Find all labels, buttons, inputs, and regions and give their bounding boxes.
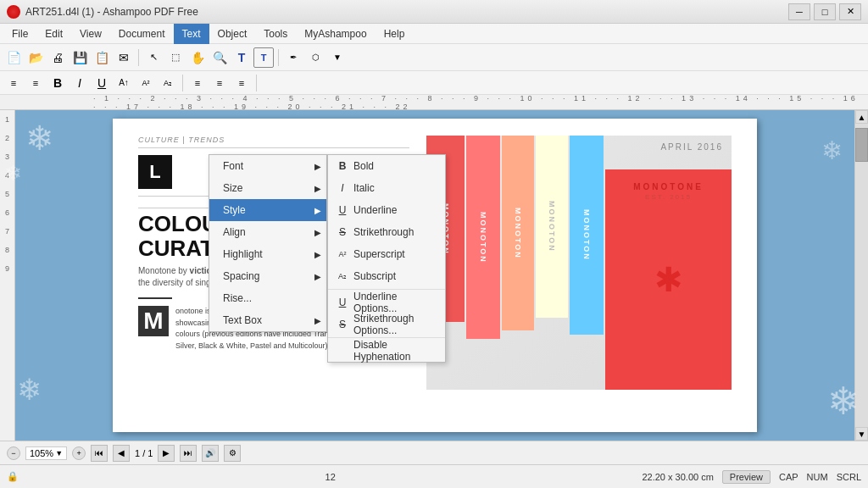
submenu-arrow: ▶ xyxy=(314,316,321,325)
sep-1 xyxy=(138,49,139,66)
hand-button[interactable]: ✋ xyxy=(187,47,208,68)
para-left-button[interactable]: ≡ xyxy=(187,73,208,93)
underline-button[interactable]: U xyxy=(92,73,112,93)
menu-file[interactable]: File xyxy=(3,24,36,44)
zoom-dropdown-icon[interactable]: ▼ xyxy=(55,449,63,458)
scroll-down-button[interactable]: ▼ xyxy=(855,427,868,441)
first-page-button[interactable]: ⏮ xyxy=(91,445,108,462)
italic-icon: I xyxy=(335,182,350,194)
mail-button[interactable]: ✉ xyxy=(114,47,134,68)
strikethrough-label: Strikethrough xyxy=(353,226,414,238)
scroll-thumb[interactable] xyxy=(855,128,868,162)
text-menu-highlight[interactable]: Highlight ▶ xyxy=(209,243,326,265)
book-2: MONOTON xyxy=(466,136,500,339)
status-separator: 12 xyxy=(27,472,633,482)
style-strikethrough[interactable]: S Strikethrough xyxy=(328,221,445,243)
title-bar: ART251.d4l (1) - Ashampoo PDF Free ─ □ ✕ xyxy=(0,0,868,24)
new-button[interactable]: 📄 xyxy=(3,47,24,68)
next-page-button[interactable]: ▶ xyxy=(158,445,175,462)
caps-indicator: CAP xyxy=(779,472,798,482)
menu-text[interactable]: Text xyxy=(174,24,209,44)
snowflake-3: ❄ xyxy=(17,373,42,407)
text-button[interactable]: T xyxy=(231,47,252,68)
prev-page-button[interactable]: ◀ xyxy=(113,445,130,462)
text-menu-style[interactable]: Style ▶ xyxy=(209,199,326,221)
text-menu-align[interactable]: Align ▶ xyxy=(209,221,326,243)
subscript-icon: A₂ xyxy=(335,272,350,280)
superscript-button[interactable]: A² xyxy=(136,73,156,93)
zoom-out-button[interactable]: − xyxy=(7,446,20,460)
style-submenu-dropdown: B Bold I Italic U Underline S Strikethro… xyxy=(327,154,446,363)
window-title: ART251.d4l (1) - Ashampoo PDF Free xyxy=(25,6,788,18)
style-subscript[interactable]: A₂ Subscript xyxy=(328,265,445,287)
text-menu-textbox[interactable]: Text Box ▶ xyxy=(209,309,326,331)
print-button[interactable]: 🖨 xyxy=(47,47,68,68)
select-button[interactable]: ⬚ xyxy=(165,47,186,68)
align-left-button[interactable]: ≡ xyxy=(3,73,24,93)
snowflake-5: ❄ xyxy=(827,379,854,424)
italic-button[interactable]: I xyxy=(70,73,90,93)
sep-3 xyxy=(182,75,183,92)
submenu-arrow: ▶ xyxy=(314,206,321,215)
menu-tools[interactable]: Tools xyxy=(255,24,296,44)
text-menu-rise[interactable]: Rise... xyxy=(209,287,326,309)
bold-button[interactable]: B xyxy=(47,73,68,93)
view-mode[interactable]: Preview xyxy=(722,470,771,484)
books-display: MONOTON MONOTON MONOTON MONOTON MONOTON … xyxy=(426,136,732,390)
style-strikethrough-options[interactable]: S Strikethrough Options... xyxy=(328,313,445,336)
para-right-button[interactable]: ≡ xyxy=(231,73,252,93)
horizontal-ruler: · 1 · · · 2 · · · 3 · · · 4 · · · 5 · · … xyxy=(0,95,868,110)
disable-hyphenation-label: Disable Hyphenation xyxy=(353,339,435,363)
superscript-label: Superscript xyxy=(353,248,405,260)
export-button[interactable]: 📋 xyxy=(92,47,112,68)
textbox-button[interactable]: T xyxy=(253,47,274,68)
menu-help[interactable]: Help xyxy=(376,24,414,44)
menu-object[interactable]: Object xyxy=(209,24,256,44)
sign-button[interactable]: ✒ xyxy=(283,47,303,68)
style-superscript[interactable]: A² Superscript xyxy=(328,243,445,265)
style-underline[interactable]: U Underline xyxy=(328,199,445,221)
open-button[interactable]: 📂 xyxy=(25,47,46,68)
style-sep-1 xyxy=(328,289,445,290)
text-menu-size[interactable]: Size ▶ xyxy=(209,177,326,199)
style-italic[interactable]: I Italic xyxy=(328,177,445,199)
underline-label: Underline xyxy=(353,204,397,216)
dropdown-arrow[interactable]: ▼ xyxy=(327,47,348,68)
menu-myashampoo[interactable]: MyAshampoo xyxy=(296,24,375,44)
text-menu-spacing[interactable]: Spacing ▶ xyxy=(209,265,326,287)
zoom-value: 105% xyxy=(30,448,53,458)
cursor-button[interactable]: ↖ xyxy=(143,47,164,68)
minimize-button[interactable]: ─ xyxy=(788,3,810,20)
style-underline-options[interactable]: U Underline Options... xyxy=(328,291,445,313)
status-position: 12 xyxy=(326,472,336,482)
submenu-arrow: ▶ xyxy=(314,272,321,281)
text-menu-font[interactable]: Font ▶ xyxy=(209,155,326,177)
page-indicator: 1 / 1 xyxy=(135,448,153,458)
stamp-button[interactable]: ⬡ xyxy=(305,47,326,68)
subscript-button[interactable]: A₂ xyxy=(158,73,178,93)
window-controls[interactable]: ─ □ ✕ xyxy=(788,3,861,20)
para-center-button[interactable]: ≡ xyxy=(209,73,230,93)
menu-view[interactable]: View xyxy=(71,24,110,44)
num-indicator: NUM xyxy=(807,472,828,482)
underline-icon: U xyxy=(335,204,350,216)
align-center-button[interactable]: ≡ xyxy=(25,73,46,93)
last-page-button[interactable]: ⏭ xyxy=(180,445,197,462)
style-disable-hyphenation[interactable]: Disable Hyphenation xyxy=(328,340,445,362)
font-size-up-button[interactable]: A↑ xyxy=(114,73,134,93)
featured-book: MONOTONE EST. 2015 ✱ xyxy=(605,169,732,390)
close-button[interactable]: ✕ xyxy=(839,3,861,20)
scroll-up-button[interactable]: ▲ xyxy=(855,110,868,124)
zoom-in-button[interactable]: + xyxy=(72,446,86,460)
settings-button[interactable]: ⚙ xyxy=(224,445,241,462)
vertical-ruler: 1 2 3 4 5 6 7 8 9 xyxy=(0,110,15,441)
save-button[interactable]: 💾 xyxy=(70,47,90,68)
maximize-button[interactable]: □ xyxy=(814,3,836,20)
zoom-button[interactable]: 🔍 xyxy=(209,47,230,68)
menu-edit[interactable]: Edit xyxy=(36,24,71,44)
asterisk-decoration: ✱ xyxy=(654,260,683,299)
audio-button[interactable]: 🔊 xyxy=(202,445,219,462)
style-bold[interactable]: B Bold xyxy=(328,155,445,177)
status-bar: 🔒 12 22.20 x 30.00 cm Preview CAP NUM SC… xyxy=(0,464,868,488)
menu-document[interactable]: Document xyxy=(110,24,174,44)
